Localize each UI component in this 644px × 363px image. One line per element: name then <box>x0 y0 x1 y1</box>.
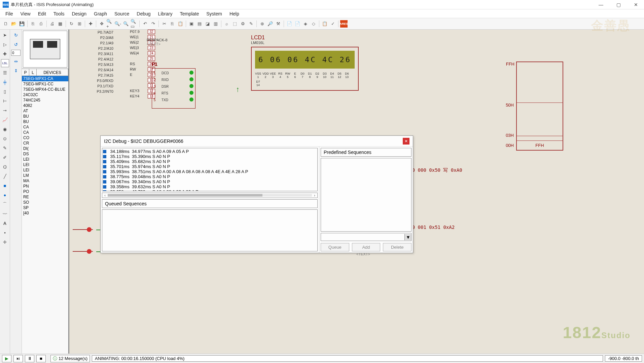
arc-icon[interactable]: ⌒ <box>1 200 9 208</box>
device-item[interactable]: DI( <box>22 146 68 151</box>
menu-source[interactable]: Source <box>111 10 133 17</box>
device-item[interactable]: 74HC245 <box>22 97 68 103</box>
line-icon[interactable]: ╱ <box>1 172 9 180</box>
tape-icon[interactable]: ◉ <box>1 125 9 133</box>
copy-icon[interactable]: ⎘ <box>169 20 176 28</box>
scroll-left-icon[interactable]: ‹ <box>102 193 108 197</box>
pin-icon[interactable]: ⊸ <box>1 106 9 114</box>
log-row[interactable]: 35.993ms 38.751ms S A0 A 00 A 08 A 08 A … <box>103 169 317 174</box>
erc-icon[interactable]: ✓ <box>329 20 336 28</box>
play-button[interactable]: ▶ <box>2 355 11 362</box>
menu-graph[interactable]: Graph <box>91 10 110 17</box>
marker-icon[interactable]: ✛ <box>1 238 9 246</box>
probe-v-icon[interactable]: ✎ <box>1 144 9 152</box>
pick-icon[interactable]: ⌕ <box>223 20 230 28</box>
menu-system[interactable]: System <box>203 10 225 17</box>
origin-icon[interactable]: ✚ <box>87 20 94 28</box>
stop-button[interactable]: ■ <box>36 355 46 362</box>
export-icon[interactable]: ⎙ <box>37 20 45 28</box>
menu-design[interactable]: Design <box>68 10 90 17</box>
schematic-canvas[interactable]: P0.7/AD732P07.9P2.0/A821WE|1P2.1/A922WE|… <box>69 30 644 354</box>
probe-i-icon[interactable]: ✐ <box>1 153 9 161</box>
push-button-1[interactable] <box>73 225 93 235</box>
dialog-close-button[interactable]: ✕ <box>403 138 409 145</box>
ares-icon[interactable]: ARES <box>340 20 348 28</box>
maximize-button[interactable]: ▢ <box>613 1 624 8</box>
circle-icon[interactable]: ● <box>1 191 9 199</box>
status-messages[interactable]: ⓘ 12 Message(s) <box>50 355 90 362</box>
device-item[interactable]: PN <box>22 184 68 189</box>
junction-icon[interactable]: ✚ <box>1 50 9 58</box>
symbol-icon[interactable]: ▪ <box>1 229 9 237</box>
open-icon[interactable]: 📂 <box>10 20 17 28</box>
device-item[interactable]: SP <box>22 205 68 210</box>
log-row[interactable]: 39.650ms 40.736ms S A0 A 08 A 06 A 06 A … <box>103 189 317 191</box>
import-icon[interactable]: ⎘ <box>29 20 37 28</box>
menu-debug[interactable]: Debug <box>133 10 154 17</box>
sequence-input[interactable]: ▾ <box>321 233 412 241</box>
zoom-out-icon[interactable]: 🔍- <box>114 20 121 28</box>
property-icon[interactable]: ⚒ <box>275 20 282 28</box>
block-move-icon[interactable]: ▤ <box>196 20 203 28</box>
instrument-icon[interactable]: ⌬ <box>1 163 9 171</box>
log-row[interactable]: 34.188ms 34.977ms S A0 A 09 A 05 A P <box>103 149 317 154</box>
device-item[interactable]: PO <box>22 189 68 194</box>
refresh-icon[interactable]: ↻ <box>68 20 75 28</box>
new-icon[interactable]: 🗋 <box>2 20 9 28</box>
rotate-ccw-icon[interactable]: ↺ <box>12 40 20 48</box>
terminal-icon[interactable]: ⊢ <box>1 97 9 105</box>
log-row[interactable]: 38.775ms 39.048ms S A0 N P <box>103 174 317 179</box>
menu-file[interactable]: File <box>2 10 16 17</box>
paste-icon[interactable]: 📋 <box>177 20 184 28</box>
dialog-title-bar[interactable]: I2C Debug - $II2C DEBUGGER#0066 ✕ <box>101 136 413 147</box>
i2c-log[interactable]: 34.188ms 34.977ms S A0 A 09 A 05 A P 35.… <box>102 148 318 191</box>
device-item[interactable]: CR <box>22 140 68 146</box>
device-item[interactable]: CA <box>22 130 68 135</box>
add-button[interactable]: Add <box>352 243 381 251</box>
goto-sheet-icon[interactable]: ◈ <box>302 20 309 28</box>
menu-view[interactable]: View <box>17 10 34 17</box>
rotate-cw-icon[interactable]: ↻ <box>12 31 20 39</box>
dropdown-icon[interactable]: ▾ <box>404 234 411 240</box>
device-item[interactable]: 7SEG-MPX4-CC-BLUE <box>22 87 68 92</box>
device-item[interactable]: LEI <box>22 167 68 173</box>
undo-icon[interactable]: ↶ <box>141 20 149 28</box>
search-icon[interactable]: 🔎 <box>266 20 274 28</box>
device-item[interactable]: CA <box>22 124 68 130</box>
graph-icon[interactable]: 📈 <box>1 116 9 124</box>
pause-button[interactable]: ⏸ <box>25 355 34 362</box>
lbl-icon[interactable]: LBL <box>1 59 9 67</box>
menu-tools[interactable]: Tools <box>50 10 68 17</box>
step-button[interactable]: ⏯ <box>13 355 23 362</box>
predefined-sequences-body[interactable] <box>321 158 412 232</box>
zoom-sheet-icon[interactable]: ◇ <box>310 20 317 28</box>
scroll-right-icon[interactable]: › <box>312 193 317 197</box>
block-copy-icon[interactable]: ▣ <box>188 20 195 28</box>
log-row[interactable]: 35.117ms 35.390ms S A0 N P <box>103 154 317 159</box>
menu-help[interactable]: Help <box>226 10 243 17</box>
device-list[interactable]: 7SEG-MPX1-CA 7SEG-MPX1-CC 7SEG-MPX4-CC-B… <box>22 76 68 354</box>
device-item[interactable]: [40 <box>22 210 68 216</box>
pan-icon[interactable]: ✥ <box>98 20 105 28</box>
mirror-h-icon[interactable]: ⇔ <box>12 57 20 65</box>
device-item[interactable]: 7SEG-MPX1-CC <box>22 81 68 87</box>
zoom-area-icon[interactable]: 🔍▭ <box>130 20 138 28</box>
redo-icon[interactable]: ↷ <box>149 20 157 28</box>
save-icon[interactable]: 💾 <box>18 20 26 28</box>
col-p[interactable]: P <box>22 69 29 76</box>
menu-edit[interactable]: Edit <box>35 10 49 17</box>
script-icon[interactable]: ☰ <box>1 69 9 77</box>
col-l[interactable]: L <box>29 69 37 76</box>
path-icon[interactable]: 〰 <box>1 210 9 218</box>
log-row[interactable]: 39.358ms 39.632ms S A0 N P <box>103 184 317 189</box>
block-delete-icon[interactable]: ▥ <box>212 20 219 28</box>
queued-sequences-body[interactable] <box>102 209 318 251</box>
select-icon[interactable]: ➤ <box>1 31 9 39</box>
bus-icon[interactable]: ╪ <box>1 78 9 86</box>
log-row[interactable]: 39.067ms 39.340ms S A0 N P <box>103 179 317 184</box>
bom-icon[interactable]: 📋 <box>321 20 328 28</box>
new-sheet-icon[interactable]: 📄 <box>286 20 293 28</box>
menu-library[interactable]: Library <box>155 10 176 17</box>
zoom-in-icon[interactable]: 🔍+ <box>106 20 113 28</box>
print-icon[interactable]: 🖨 <box>48 20 56 28</box>
